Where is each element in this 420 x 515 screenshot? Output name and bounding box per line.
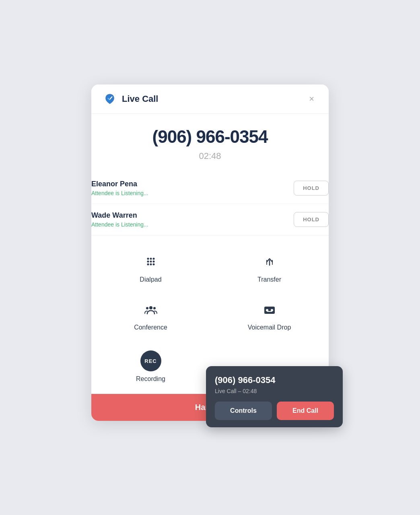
attendee-status: Attendee is Listening... xyxy=(91,221,148,228)
call-timer: 02:48 xyxy=(103,151,317,161)
attendee-info: Eleanor Pena Attendee is Listening... xyxy=(91,180,148,196)
app-logo-icon xyxy=(103,92,117,106)
svg-point-5 xyxy=(152,261,154,263)
svg-point-6 xyxy=(147,264,149,266)
transfer-label: Transfer xyxy=(257,276,281,283)
attendee-name: Eleanor Pena xyxy=(91,180,148,188)
svg-point-7 xyxy=(150,264,152,266)
svg-point-12 xyxy=(149,306,152,309)
rec-text: REC xyxy=(144,358,156,364)
svg-point-1 xyxy=(150,258,152,260)
svg-point-13 xyxy=(146,307,148,309)
conference-control[interactable]: Conference xyxy=(91,291,210,339)
attendee-row: Eleanor Pena Attendee is Listening... HO… xyxy=(91,173,329,204)
dialpad-icon xyxy=(143,255,159,272)
svg-point-3 xyxy=(147,261,149,263)
svg-rect-15 xyxy=(264,307,275,314)
svg-point-8 xyxy=(152,264,154,266)
conference-label: Conference xyxy=(134,324,167,331)
modal-title: Live Call xyxy=(122,94,306,104)
close-button[interactable]: × xyxy=(306,92,317,106)
recording-control[interactable]: REC Recording xyxy=(91,339,210,391)
tooltip-actions: Controls End Call xyxy=(215,402,334,420)
attendee-row: Wade Warren Attendee is Listening... HOL… xyxy=(91,204,329,235)
tooltip-subtitle: Live Call – 02:48 xyxy=(215,388,334,394)
phone-number-display: (906) 966-0354 xyxy=(103,127,317,147)
tooltip-phone-number: (906) 966-0354 xyxy=(215,375,334,385)
tooltip-end-call-button[interactable]: End Call xyxy=(277,402,334,420)
svg-point-4 xyxy=(150,261,152,263)
modal-header: Live Call × xyxy=(91,84,329,114)
hold-button-0[interactable]: HOLD xyxy=(294,181,329,196)
call-tooltip-popup: (906) 966-0354 Live Call – 02:48 Control… xyxy=(206,366,343,427)
attendee-status: Attendee is Listening... xyxy=(91,190,148,196)
attendee-name: Wade Warren xyxy=(91,211,148,220)
svg-point-14 xyxy=(153,307,156,309)
modal-body: (906) 966-0354 02:48 xyxy=(91,114,329,161)
dialpad-control[interactable]: Dialpad xyxy=(91,243,210,291)
voicemail-label: Voicemail Drop xyxy=(248,324,291,331)
attendees-list: Eleanor Pena Attendee is Listening... HO… xyxy=(91,173,329,235)
svg-point-2 xyxy=(152,258,154,260)
hold-button-1[interactable]: HOLD xyxy=(294,212,329,227)
voicemail-icon xyxy=(262,303,277,320)
voicemail-control[interactable]: Voicemail Drop xyxy=(210,291,329,339)
attendee-info: Wade Warren Attendee is Listening... xyxy=(91,211,148,228)
transfer-icon xyxy=(262,255,277,272)
recording-label: Recording xyxy=(136,375,165,383)
rec-circle: REC xyxy=(140,350,161,371)
tooltip-controls-button[interactable]: Controls xyxy=(215,402,272,420)
dialpad-label: Dialpad xyxy=(140,276,161,283)
conference-icon xyxy=(143,303,159,320)
svg-point-0 xyxy=(147,258,149,260)
transfer-control[interactable]: Transfer xyxy=(210,243,329,291)
